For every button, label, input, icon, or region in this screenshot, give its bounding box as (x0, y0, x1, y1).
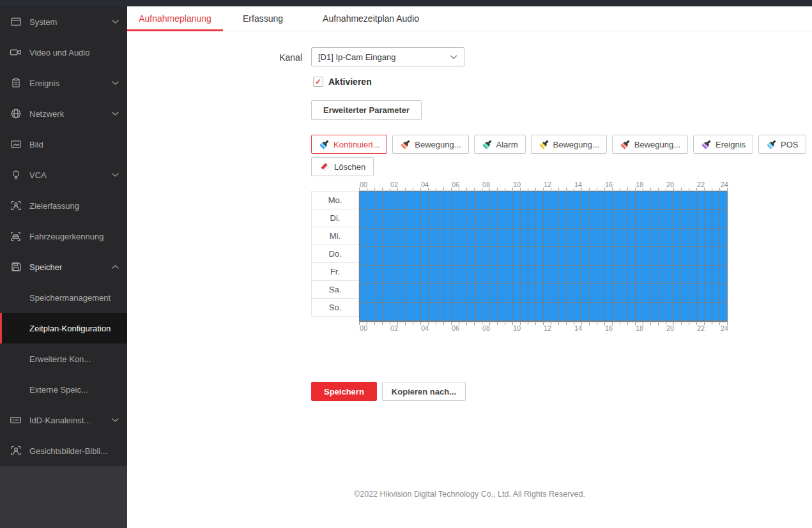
chevron-down-icon (112, 81, 119, 85)
event-icon (10, 77, 22, 89)
sidebar-item-label: System (29, 17, 57, 27)
sidebar-item-speicher[interactable]: Speicher (0, 252, 127, 282)
sidebar-item-vca[interactable]: VCA (0, 160, 127, 190)
record-type-button-alarm[interactable]: Alarm (474, 135, 526, 154)
sidebar-item-ereignis[interactable]: Ereignis (0, 68, 127, 98)
enable-label: Aktivieren (328, 77, 372, 87)
hour-label: 04 (421, 324, 429, 332)
erase-label: Löschen (334, 162, 365, 172)
record-type-label: Kontinuierl... (333, 140, 379, 149)
tab-bar: AufnahmeplanungErfassungAufnahmezeitplan… (127, 6, 812, 31)
hour-label: 10 (513, 181, 521, 188)
hour-label: 00 (360, 181, 367, 188)
sidebar-item-label: Speichermanagement (29, 293, 111, 303)
chevron-down-icon (112, 112, 119, 116)
record-type-button-bewegung[interactable]: Bewegung... (392, 135, 468, 154)
record-type-label: Alarm (496, 140, 518, 149)
save-button[interactable]: Speichern (311, 382, 377, 401)
hour-label: 04 (421, 181, 429, 188)
eraser-icon (319, 162, 330, 172)
hour-label: 16 (605, 181, 613, 188)
sidebar-item-video-und-audio[interactable]: Video und Audio (0, 37, 127, 68)
hour-label: 14 (574, 181, 582, 188)
sidebar-item-label: Gesichtsbilder-Bibli... (29, 446, 107, 456)
sidebar-item-gesichtsbilder-bibli[interactable]: Gesichtsbilder-Bibli... (0, 435, 127, 466)
sidebar-item-bild[interactable]: Bild (0, 129, 127, 160)
hour-label: 12 (544, 181, 551, 188)
hour-label: 20 (666, 181, 674, 188)
brush-icon (400, 139, 411, 150)
sidebar-item-label: Speicher (29, 262, 62, 272)
sidebar-item-label: Fahrzeugerkennung (29, 232, 103, 241)
channel-select[interactable]: [D1] Ip-Cam Eingang (311, 47, 464, 66)
time-ruler-top: 00020406081012141618202224 (359, 180, 728, 191)
record-type-label: Bewegung... (634, 140, 680, 149)
day-label-di: Di. (311, 209, 359, 227)
top-dark-strip (0, 0, 812, 6)
sidebar-item-idd-kanaleinst[interactable]: IOTIdD-Kanaleinst... (0, 405, 127, 435)
day-label-mi: Mi. (311, 227, 359, 245)
sidebar-item-label: Erweiterte Kon... (29, 354, 91, 364)
target-capture-icon (10, 200, 22, 212)
sidebar-item-zielerfassung[interactable]: Zielerfassung (0, 190, 127, 221)
copy-to-button[interactable]: Kopieren nach... (382, 382, 466, 401)
brush-icon (482, 139, 493, 150)
schedule-widget: 00020406081012141618202224 Mo.Di.Mi.Do.F… (311, 180, 728, 333)
enable-checkbox-row[interactable]: ✓ Aktivieren (313, 77, 372, 87)
schedule-grid[interactable] (359, 191, 728, 322)
record-type-button-bewegung[interactable]: Bewegung... (612, 135, 688, 154)
enable-checkbox[interactable]: ✓ (313, 77, 323, 87)
sidebar-item-speichermanagement[interactable]: Speichermanagement (0, 282, 127, 313)
hour-label: 22 (697, 181, 705, 188)
hour-label: 02 (390, 181, 398, 188)
tab-aufnahmeplanung[interactable]: Aufnahmeplanung (127, 6, 223, 31)
vehicle-recognition-icon (10, 230, 22, 243)
day-label-fr: Fr. (311, 262, 359, 281)
brush-icon (620, 139, 631, 150)
sidebar-item-externe-speic[interactable]: Externe Speic... (0, 374, 127, 405)
sidebar-item-label: Video und Audio (29, 48, 89, 57)
hour-label: 14 (574, 324, 582, 332)
sidebar-item-zeitplan-konfiguration[interactable]: Zeitplan-Konfiguration (0, 313, 127, 343)
channel-select-value: [D1] Ip-Cam Eingang (318, 52, 450, 62)
record-type-button-ereignis[interactable]: Ereignis (693, 135, 753, 154)
hour-label: 12 (544, 324, 551, 332)
brush-icon (539, 139, 549, 150)
sidebar-item-erweiterte-kon[interactable]: Erweiterte Kon... (0, 343, 127, 374)
record-type-button-pos[interactable]: POS (758, 135, 806, 154)
brush-icon (319, 139, 330, 150)
tab-erfassung[interactable]: Erfassung (223, 6, 303, 31)
hour-label: 18 (636, 181, 643, 188)
sidebar-item-fahrzeugerkennung[interactable]: Fahrzeugerkennung (0, 221, 127, 252)
record-type-label: Bewegung... (553, 140, 599, 149)
record-type-button-bewegung[interactable]: Bewegung... (531, 135, 607, 154)
advanced-parameter-button[interactable]: Erweiterter Parameter (311, 100, 422, 120)
check-icon: ✓ (315, 78, 321, 86)
sidebar-item-label: Bild (29, 140, 43, 149)
sidebar-menu: SystemVideo und AudioEreignisNetzwerkBil… (0, 6, 127, 466)
network-icon (10, 108, 22, 120)
sidebar: SystemVideo und AudioEreignisNetzwerkBil… (0, 6, 127, 528)
sidebar-item-system[interactable]: System (0, 6, 127, 37)
record-type-button-kontinuierl[interactable]: Kontinuierl... (311, 135, 387, 154)
sidebar-item-netzwerk[interactable]: Netzwerk (0, 98, 127, 129)
day-label-sa: Sa. (311, 280, 359, 299)
record-type-label: Ereignis (716, 140, 746, 149)
tab-aufnahmezeitplan-audio[interactable]: Aufnahmezeitplan Audio (303, 6, 439, 31)
chevron-down-icon (112, 418, 119, 422)
record-type-label: POS (781, 140, 798, 149)
brush-icon (701, 139, 712, 150)
sidebar-item-label: IdD-Kanaleinst... (29, 416, 91, 425)
brush-icon (766, 139, 777, 150)
video-audio-icon (10, 47, 22, 59)
chevron-up-icon (112, 265, 119, 269)
hour-label: 00 (360, 324, 367, 332)
sidebar-item-label: Zeitplan-Konfiguration (29, 324, 111, 333)
erase-button[interactable]: Löschen (311, 157, 374, 176)
day-label-do: Do. (311, 245, 359, 263)
hour-label: 20 (666, 324, 674, 332)
channel-label: Kanal (209, 52, 302, 63)
day-label-so: So. (311, 298, 359, 317)
hour-label: 22 (697, 324, 705, 332)
action-row: Speichern Kopieren nach... (311, 382, 466, 401)
